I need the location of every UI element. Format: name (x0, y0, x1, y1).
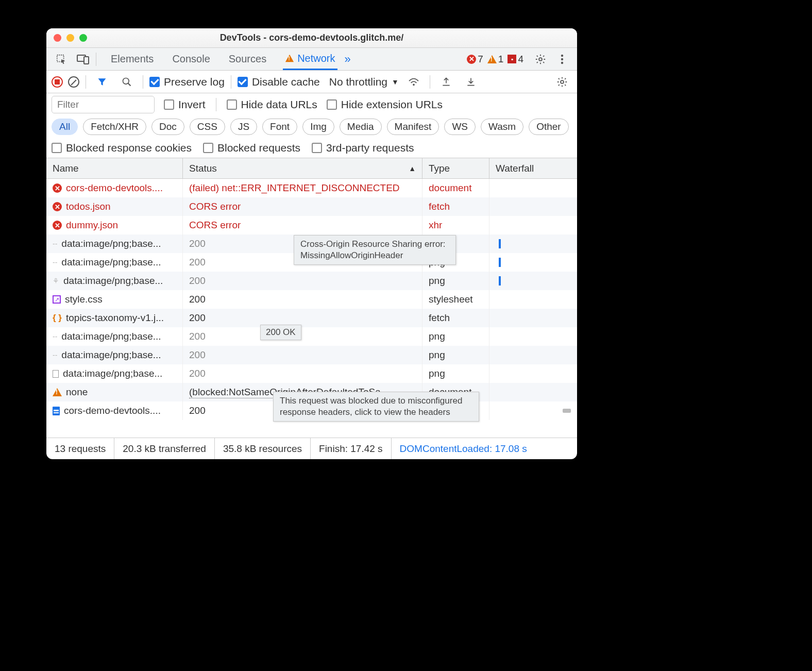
pill-wasm[interactable]: Wasm (481, 119, 523, 135)
cell-type: fetch (422, 309, 489, 327)
tab-console[interactable]: Console (170, 48, 212, 70)
hide-extension-urls-label: Hide extension URLs (341, 98, 443, 111)
th-status[interactable]: Status ▲ (183, 158, 422, 178)
pill-css[interactable]: CSS (190, 119, 225, 135)
fetch-icon: { } (53, 313, 62, 323)
import-har-icon[interactable] (461, 72, 481, 92)
preserve-log-checkbox[interactable]: Preserve log (149, 76, 225, 88)
cell-waterfall (489, 309, 577, 327)
hide-extension-urls-checkbox[interactable]: Hide extension URLs (327, 98, 443, 111)
more-options-icon[interactable] (552, 49, 572, 69)
pill-ws[interactable]: WS (444, 119, 476, 135)
clear-button[interactable] (68, 76, 79, 88)
pill-font[interactable]: Font (262, 119, 297, 135)
table-row[interactable]: --data:image/png;base...200png (46, 346, 577, 364)
export-har-icon[interactable] (436, 72, 456, 92)
waterfall-bar (563, 409, 571, 413)
table-row[interactable]: ✕todos.jsonCORS errorfetch (46, 197, 577, 216)
devtools-tabbar: Elements Console Sources Network » ✕7 1 … (46, 48, 577, 71)
cell-type: document (422, 179, 489, 197)
cell-type: xhr (422, 216, 489, 234)
blocked-filters-row: Blocked response cookies Blocked request… (46, 138, 577, 158)
cell-waterfall (489, 197, 577, 216)
cell-waterfall (489, 272, 577, 290)
pill-js[interactable]: JS (230, 119, 257, 135)
settings-icon[interactable] (531, 49, 550, 69)
network-conditions-icon[interactable] (404, 72, 424, 92)
more-tabs-icon[interactable]: » (345, 53, 351, 66)
pill-other[interactable]: Other (529, 119, 569, 135)
table-row[interactable]: ✕dummy.jsonCORS errorxhr (46, 216, 577, 234)
chevron-down-icon: ▼ (392, 78, 399, 86)
pill-img[interactable]: Img (302, 119, 334, 135)
cell-type: png (422, 364, 489, 383)
cell-waterfall (489, 364, 577, 383)
th-type[interactable]: Type (422, 158, 489, 178)
cell-type: fetch (422, 197, 489, 216)
filter-toggle-icon[interactable] (92, 72, 112, 92)
tab-network[interactable]: Network (283, 48, 337, 70)
third-party-checkbox[interactable]: 3rd-party requests (312, 142, 414, 154)
cell-status: 200 (183, 290, 422, 309)
cell-waterfall (489, 253, 577, 272)
pill-manifest[interactable]: Manifest (387, 119, 439, 135)
cell-waterfall (489, 179, 577, 197)
table-row[interactable]: ⚘data:image/png;base...200png (46, 272, 577, 290)
record-button[interactable] (52, 76, 63, 88)
waterfall-bar (499, 258, 501, 267)
svg-rect-2 (84, 57, 89, 64)
error-count: 7 (478, 54, 483, 65)
throttling-select[interactable]: No throttling ▼ (329, 76, 399, 88)
separator (216, 98, 216, 111)
table-row[interactable]: ✕cors-demo-devtools....(failed) net::ERR… (46, 179, 577, 197)
request-name: data:image/png;base... (61, 331, 161, 342)
inspect-element-icon[interactable] (52, 49, 71, 69)
table-row[interactable]: style.css200stylesheet (46, 290, 577, 309)
svg-point-3 (539, 58, 542, 61)
invert-checkbox[interactable]: Invert (164, 98, 206, 111)
checkbox-icon (52, 143, 62, 153)
warning-icon (487, 55, 497, 63)
pill-doc[interactable]: Doc (151, 119, 184, 135)
pill-media[interactable]: Media (340, 119, 382, 135)
search-icon[interactable] (117, 72, 137, 92)
stat-dcl: DOMContentLoaded: 17.08 s (392, 438, 535, 459)
network-toolbar: Preserve log Disable cache No throttling… (46, 71, 577, 93)
tab-elements[interactable]: Elements (109, 48, 156, 70)
device-toolbar-icon[interactable] (73, 49, 93, 69)
request-name: data:image/png;base... (61, 349, 161, 361)
blocked-requests-checkbox[interactable]: Blocked requests (203, 142, 300, 154)
table-row[interactable]: data:image/png;base...200png (46, 364, 577, 383)
resource-type-pills: All Fetch/XHR Doc CSS JS Font Img Media … (46, 116, 577, 138)
request-name: cors-demo-devtools.... (66, 182, 163, 194)
pill-all[interactable]: All (52, 119, 78, 135)
separator (231, 75, 231, 89)
stat-resources: 35.8 kB resources (215, 438, 311, 459)
tab-sources[interactable]: Sources (227, 48, 268, 70)
table-row[interactable]: { }topics-taxonomy-v1.j...200fetch (46, 309, 577, 327)
pill-fetch-xhr[interactable]: Fetch/XHR (83, 119, 146, 135)
blocked-tooltip: This request was blocked due to misconfi… (273, 392, 479, 422)
th-name[interactable]: Name (46, 158, 183, 178)
cell-name: none (46, 383, 183, 401)
request-name: data:image/png;base... (63, 368, 162, 379)
filter-input[interactable] (52, 96, 155, 113)
blocked-cookies-label: Blocked response cookies (66, 142, 192, 154)
cell-waterfall (489, 401, 577, 420)
hide-data-urls-checkbox[interactable]: Hide data URLs (227, 98, 317, 111)
th-waterfall[interactable]: Waterfall (489, 158, 577, 178)
image-icon: ⚘ (53, 277, 59, 285)
table-row[interactable]: --data:image/png;base...200png (46, 327, 577, 346)
cell-name: ✕dummy.json (46, 216, 183, 234)
disable-cache-checkbox[interactable]: Disable cache (238, 76, 320, 88)
warning-icon (285, 55, 294, 62)
blocked-cookies-checkbox[interactable]: Blocked response cookies (52, 142, 192, 154)
svg-point-5 (561, 58, 563, 60)
svg-point-6 (561, 61, 563, 63)
error-icon: ✕ (53, 183, 62, 193)
cell-name: cors-demo-devtools.... (46, 401, 183, 420)
cell-waterfall (489, 234, 577, 253)
issue-counts[interactable]: ✕7 1 ▪4 (467, 54, 523, 65)
request-name: cors-demo-devtools.... (64, 405, 161, 416)
panel-settings-icon[interactable] (552, 72, 572, 92)
